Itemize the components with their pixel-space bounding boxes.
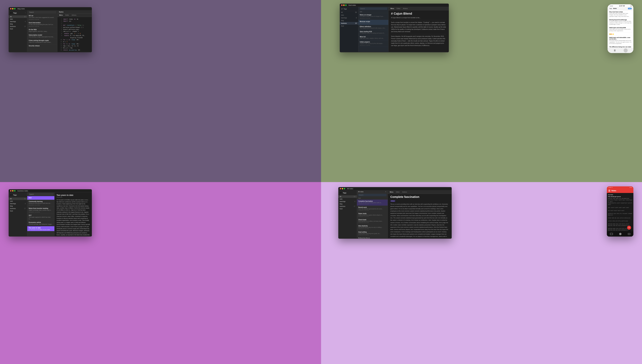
avatar[interactable]: [624, 48, 628, 52]
android-recent-icon[interactable]: [628, 233, 630, 235]
sidebar-item-blog[interactable]: blog: [9, 23, 27, 25]
note-ethnic[interactable]: Ethnic definition The original word infi…: [358, 25, 388, 30]
note-idea-elasticity[interactable]: Idea elasticity My annual which may not …: [357, 224, 388, 230]
close-button[interactable]: [10, 8, 12, 10]
sidebar-food[interactable]: food: [340, 25, 358, 28]
sidebar-food[interactable]: food: [338, 208, 357, 210]
maximize-button[interactable]: [344, 188, 345, 190]
note-community[interactable]: Community learning During our first grou…: [27, 200, 54, 207]
ios-note-6[interactable]: The difference being-nice can make In 20…: [607, 45, 633, 48]
tab-menu[interactable]: Menu: [390, 8, 395, 10]
note-317[interactable]: 3/17 The trader segment in which has ris…: [27, 214, 54, 221]
sidebar-blog[interactable]: blog: [9, 205, 27, 207]
tab-menu[interactable]: Menu: [389, 191, 394, 193]
note-economics[interactable]: Economics article Turmoil earnings, and …: [27, 221, 54, 226]
minimize-button[interactable]: [342, 188, 343, 190]
note-item-govt[interactable]: Govt intervention In coal, and accelerat…: [27, 21, 57, 28]
sidebar-todo[interactable]: todo: [9, 200, 27, 202]
all-notes-three-panel: 🏷 Tags All 53 todo learnings 6 blog: [338, 190, 452, 238]
note-item-security[interactable]: Security release Derive users with bette…: [27, 44, 57, 47]
sidebar-learnings[interactable]: learnings 6: [9, 202, 27, 205]
close-button[interactable]: [341, 4, 343, 6]
android-fab-button[interactable]: +: [627, 226, 631, 230]
sidebar-all[interactable]: All 53: [340, 11, 358, 14]
ios-note-1[interactable]: they must have uioiqe If you were NSA, a…: [607, 10, 633, 18]
add-tag-button[interactable]: +: [25, 12, 26, 14]
note-item-so-car[interactable]: SO car Of to work, even have suggested 5…: [27, 14, 57, 21]
tab-editor[interactable]: Editor: [396, 8, 401, 10]
search-bar[interactable]: Search: [29, 11, 56, 14]
minimize-button[interactable]: [12, 8, 14, 10]
tags-icon: 🏷: [341, 8, 343, 10]
sidebar-todo[interactable]: todo: [338, 198, 357, 200]
note-item-crime[interactable]: Crime solving through crypto A the FTC i…: [27, 39, 57, 44]
sidebar-item-all[interactable]: All 53: [9, 16, 27, 18]
note-goal-setting[interactable]: Goal setting Continuation and long term …: [357, 230, 388, 236]
ios-note-2[interactable]: Moving beyond localStorage it's hard to …: [607, 18, 633, 26]
sidebar-all[interactable]: All 53: [338, 196, 357, 198]
sidebar-item-todo[interactable]: todo: [9, 18, 27, 20]
all-notes-search[interactable]: Search: [358, 194, 386, 196]
sidebar-business[interactable]: business 13: [340, 22, 358, 25]
note-check-bank[interactable]: Check bank Now paying for 21 million, si…: [357, 218, 388, 224]
sidebar-item-business[interactable]: business 13: [9, 25, 27, 28]
sidebar-learnings[interactable]: learnings 6: [340, 16, 358, 19]
sidebar-item-learnings[interactable]: learnings 6: [9, 20, 27, 23]
new-note-button[interactable]: New: [628, 8, 632, 9]
maximize-button[interactable]: [14, 190, 16, 192]
biz-search[interactable]: Search: [29, 193, 53, 196]
close-button[interactable]: [10, 190, 12, 192]
android-home-icon[interactable]: [619, 233, 621, 235]
tab-tags[interactable]: Tags: [609, 8, 612, 9]
tab-actions[interactable]: Actions: [71, 14, 77, 16]
sidebar-blog[interactable]: blog: [338, 203, 357, 205]
minimize-button[interactable]: [343, 4, 345, 6]
sidebar-business[interactable]: business 17: [338, 205, 357, 208]
food-toolbar: Menu Editor Actions: [388, 7, 449, 10]
note-game-study[interactable]: Game study A also known as a game where …: [357, 212, 388, 218]
sort-icon[interactable]: ▼: [385, 191, 386, 192]
note-mexican[interactable]: Mexican recipe 06/19/2017 6:18 PM: [358, 20, 388, 25]
tab-actions[interactable]: Actions: [402, 191, 408, 193]
tab-editor[interactable]: Editor: [65, 14, 70, 16]
tab-editor[interactable]: Editor: [395, 191, 400, 193]
code-editor[interactable]: 1import numpy as np 2import sys 3 4def r…: [57, 17, 92, 52]
sidebar-learnings[interactable]: learnings 6: [338, 200, 357, 203]
food-search[interactable]: Search: [359, 8, 387, 10]
close-button[interactable]: [340, 188, 341, 190]
note-enhancing-focus[interactable]: Enhancing focus We end opening up, so th…: [357, 236, 388, 238]
note-bart[interactable]: Bart: [27, 196, 54, 200]
sidebar-all[interactable]: All 53: [9, 198, 27, 200]
note-two-years[interactable]: Two years to date CF focused on 89 billi…: [27, 226, 54, 231]
note-peppers[interactable]: Indian peppers Peppers 15th century by t…: [358, 40, 388, 47]
sidebar-business[interactable]: business 17: [9, 207, 27, 210]
sidebar-item-food[interactable]: food: [9, 28, 27, 30]
ios-note-4[interactable]: 😀🔥🌟: [607, 32, 633, 36]
ios-note-5[interactable]: WebCrypto and IndexedDB: a new era for p…: [607, 36, 633, 45]
window-title: food notes: [349, 4, 356, 6]
minimize-button[interactable]: [12, 190, 14, 192]
tab-actions[interactable]: Actions: [402, 8, 408, 10]
tab-menu[interactable]: Menu: [59, 14, 63, 16]
note-investor[interactable]: Notes from investor meeting Higher excha…: [27, 207, 54, 214]
ios-note-3[interactable]: WebCrypto and IndexedDB WebCrypto and In…: [607, 26, 633, 32]
sidebar-blog[interactable]: blog: [340, 19, 358, 22]
biz-three-panel: 🏷 Tags All 53 todo learnings 6 blog: [9, 192, 92, 236]
android-back-icon[interactable]: [610, 233, 613, 235]
note-spice[interactable]: Spice tasting 4/18 In collective name fo…: [358, 30, 388, 35]
note-item-nsa[interactable]: On the NSA Begin together, and NSA, many…: [27, 28, 57, 34]
tags-icon: 🏷: [10, 12, 12, 14]
menu-icon[interactable]: ☰: [613, 49, 616, 52]
tab-notes[interactable]: Notes: [613, 8, 617, 9]
maximize-button[interactable]: [14, 8, 16, 10]
maximize-button[interactable]: [345, 4, 347, 6]
note-vinegar[interactable]: Notes on vinegar Is to plan a main-cours…: [358, 13, 388, 20]
sidebar-todo[interactable]: todo: [340, 14, 358, 16]
sidebar-food[interactable]: food: [9, 210, 27, 212]
note-item-subscription[interactable]: Subscription model Like develop a single…: [27, 34, 57, 39]
hamburger-icon[interactable]: ☰: [608, 190, 610, 192]
note-complete-fascination[interactable]: Complete fascination The us, so we're pr…: [357, 200, 388, 206]
note-revisit-work[interactable]: Revisit work Fact, the statistics genera…: [357, 206, 388, 212]
note-wine[interactable]: Wine list Little wine, beer, sangria, sh…: [358, 35, 388, 40]
biz-title-bar: business notes: [9, 189, 92, 192]
